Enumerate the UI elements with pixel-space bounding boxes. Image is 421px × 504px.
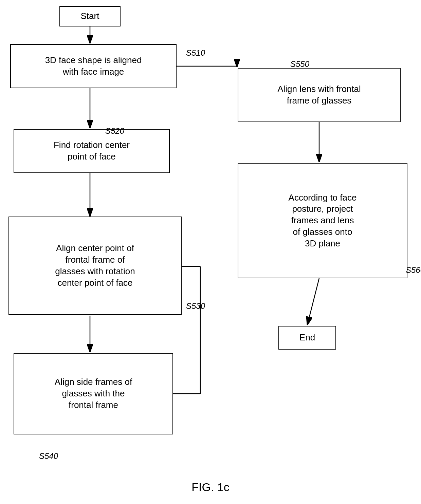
s540-label: S540 [39,451,58,461]
diagram-container: Start 3D face shape is alignedwith face … [0,0,421,504]
s530-label: S530 [186,301,205,311]
s510-node: 3D face shape is alignedwith face image [10,44,177,88]
s540-node: Align side frames ofglasses with thefron… [14,353,173,434]
s550-node: Align lens with frontalframe of glasses [238,68,401,122]
s550-label: S550 [290,59,309,69]
s530-node: Align center point offrontal frame ofgla… [8,217,182,315]
end-node: End [278,326,336,350]
svg-line-8 [307,278,319,325]
figure-label: FIG. 1c [0,481,421,494]
s520-node: Find rotation centerpoint of face [14,129,170,173]
start-node: Start [59,6,121,26]
s520-label: S520 [105,126,124,136]
s510-label: S510 [186,48,205,58]
s560-label: S560 [406,265,421,275]
s560-node: According to faceposture, projectframes … [238,163,407,278]
